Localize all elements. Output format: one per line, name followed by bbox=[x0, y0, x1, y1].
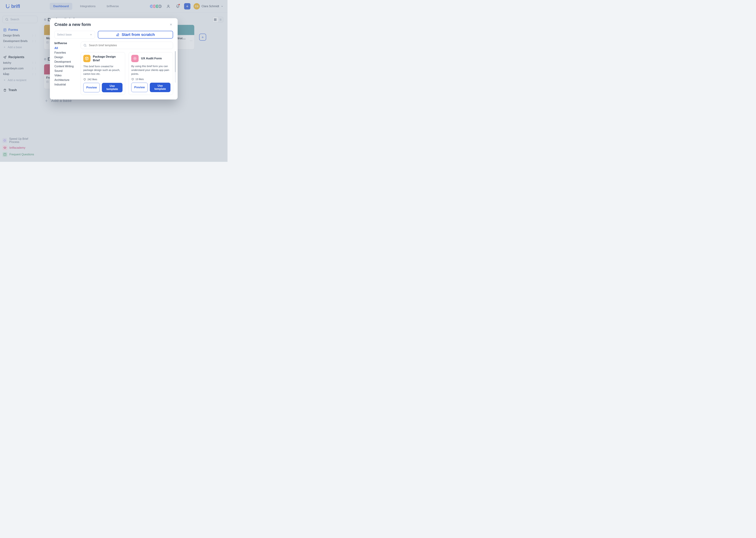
categories-title: briflverse bbox=[54, 42, 77, 45]
svg-point-12 bbox=[84, 44, 86, 46]
package-icon bbox=[83, 55, 90, 62]
close-button[interactable] bbox=[169, 23, 173, 27]
template-search-input[interactable] bbox=[89, 44, 170, 47]
preview-button[interactable]: Preview bbox=[83, 83, 100, 92]
category-development[interactable]: Development bbox=[54, 60, 77, 64]
heart-icon bbox=[83, 78, 86, 81]
likes-count: 13 likes bbox=[135, 78, 144, 81]
category-industrial[interactable]: Industrial bbox=[54, 82, 77, 87]
category-favorites[interactable]: Favorites bbox=[54, 50, 77, 55]
use-template-button[interactable]: Use template bbox=[150, 83, 170, 92]
modal-title: Create a new form bbox=[54, 22, 91, 27]
template-likes: 242 likes bbox=[83, 78, 122, 81]
category-content-writing[interactable]: Content Writing bbox=[54, 64, 77, 69]
preview-button[interactable]: Preview bbox=[131, 83, 148, 92]
category-all[interactable]: All bbox=[54, 46, 77, 50]
heart-icon bbox=[131, 78, 134, 81]
template-search[interactable] bbox=[81, 42, 173, 49]
template-description: By using this brief form you can underst… bbox=[131, 64, 170, 76]
chevron-down-icon bbox=[90, 33, 92, 36]
category-architecture[interactable]: Architecture bbox=[54, 78, 77, 82]
template-scrollbar[interactable] bbox=[175, 51, 176, 83]
template-name: UX Audit Form bbox=[141, 57, 162, 60]
search-icon bbox=[83, 44, 87, 47]
category-sound[interactable]: Sound bbox=[54, 69, 77, 73]
template-card: UX Audit Form By using this brief form y… bbox=[129, 52, 173, 95]
scratch-label: Start from scratch bbox=[121, 32, 155, 37]
audit-icon bbox=[131, 55, 139, 62]
template-description: This brief form created for package desi… bbox=[83, 65, 122, 76]
likes-count: 242 likes bbox=[87, 78, 97, 81]
pencil-icon bbox=[116, 33, 119, 36]
create-form-modal: Create a new form Select base Start from… bbox=[50, 18, 178, 99]
use-template-button[interactable]: Use template bbox=[102, 83, 122, 92]
template-name: Package Design Brief bbox=[93, 55, 122, 62]
category-list: briflverse All Favorites Design Developm… bbox=[54, 42, 77, 95]
category-design[interactable]: Design bbox=[54, 55, 77, 60]
close-icon bbox=[169, 23, 172, 26]
template-grid: Package Design Brief This brief form cre… bbox=[81, 52, 173, 95]
select-base-placeholder: Select base bbox=[57, 33, 72, 36]
modal-overlay[interactable]: Create a new form Select base Start from… bbox=[0, 0, 227, 162]
select-base-dropdown[interactable]: Select base bbox=[54, 31, 95, 38]
template-likes: 13 likes bbox=[131, 78, 170, 81]
svg-point-13 bbox=[134, 58, 136, 59]
start-from-scratch-button[interactable]: Start from scratch bbox=[98, 31, 173, 38]
scrollbar-thumb[interactable] bbox=[175, 51, 176, 72]
template-card: Package Design Brief This brief form cre… bbox=[81, 52, 125, 95]
category-video[interactable]: Video bbox=[54, 73, 77, 78]
